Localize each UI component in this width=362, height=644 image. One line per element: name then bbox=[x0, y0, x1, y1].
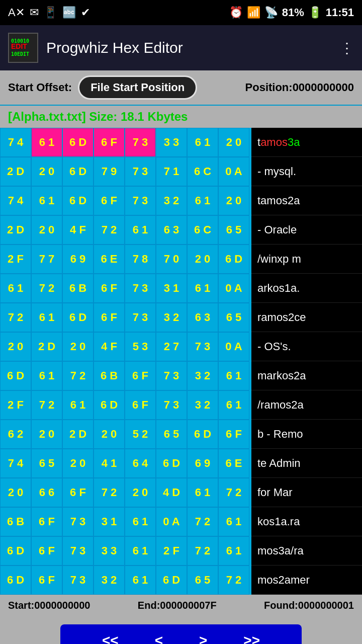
hex-cell[interactable]: 7 4 bbox=[0, 128, 31, 157]
hex-cell[interactable]: 6 1 bbox=[218, 507, 249, 536]
hex-cell[interactable]: 6 3 bbox=[156, 215, 187, 245]
hex-cell[interactable]: 6 1 bbox=[125, 566, 156, 595]
hex-cell[interactable]: 2 7 bbox=[156, 332, 187, 361]
hex-cell[interactable]: 6 F bbox=[31, 536, 62, 566]
hex-cell[interactable]: 6 1 bbox=[31, 128, 62, 157]
nav-last-button[interactable]: >> bbox=[235, 629, 268, 644]
hex-cell[interactable]: 6 1 bbox=[125, 507, 156, 536]
hex-cell[interactable]: 6 1 bbox=[125, 536, 156, 566]
hex-cell[interactable]: 6 4 bbox=[125, 449, 156, 478]
hex-cell[interactable]: 6 1 bbox=[218, 361, 249, 390]
hex-cell[interactable]: 7 3 bbox=[187, 332, 218, 361]
hex-cell[interactable]: 2 0 bbox=[218, 128, 249, 157]
hex-cell[interactable]: 2 D bbox=[0, 215, 31, 245]
hex-cell[interactable]: 6 F bbox=[31, 507, 62, 536]
hex-cell[interactable]: 2 0 bbox=[0, 332, 31, 361]
hex-cell[interactable]: 3 1 bbox=[156, 274, 187, 303]
hex-cell[interactable]: 2 D bbox=[31, 332, 62, 361]
hex-cell[interactable]: 7 2 bbox=[31, 274, 62, 303]
hex-cell[interactable]: 6 1 bbox=[218, 390, 249, 420]
hex-cell[interactable]: 6 5 bbox=[218, 215, 249, 245]
hex-cell[interactable]: 2 0 bbox=[62, 332, 94, 361]
hex-cell[interactable]: 2 F bbox=[0, 245, 31, 274]
hex-cell[interactable]: 3 2 bbox=[156, 303, 187, 332]
hex-cell[interactable]: 2 0 bbox=[31, 215, 62, 245]
nav-next-button[interactable]: > bbox=[191, 629, 215, 644]
hex-cell[interactable]: 6 F bbox=[62, 478, 94, 507]
hex-cell[interactable]: 6 6 bbox=[31, 478, 62, 507]
hex-cell[interactable]: 2 0 bbox=[31, 157, 62, 186]
hex-cell[interactable]: 6 C bbox=[187, 157, 218, 186]
hex-cell[interactable]: 2 D bbox=[62, 420, 94, 449]
hex-cell[interactable]: 6 5 bbox=[156, 420, 187, 449]
hex-cell[interactable]: 6 F bbox=[218, 420, 249, 449]
hex-cell[interactable]: 6 1 bbox=[31, 303, 62, 332]
hex-cell[interactable]: 7 3 bbox=[125, 157, 156, 186]
hex-cell[interactable]: 7 2 bbox=[187, 536, 218, 566]
hex-cell[interactable]: 6 1 bbox=[62, 390, 94, 420]
hex-cell[interactable]: 2 0 bbox=[31, 420, 62, 449]
hex-cell[interactable]: 0 A bbox=[156, 507, 187, 536]
hex-cell[interactable]: 7 7 bbox=[31, 245, 62, 274]
hex-cell[interactable]: 6 E bbox=[94, 245, 125, 274]
hex-cell[interactable]: 6 D bbox=[0, 536, 31, 566]
hex-cell[interactable]: 6 D bbox=[62, 157, 94, 186]
hex-cell[interactable]: 2 0 bbox=[218, 186, 249, 215]
hex-cell[interactable]: 6 F bbox=[125, 390, 156, 420]
hex-cell[interactable]: 7 2 bbox=[31, 390, 62, 420]
hex-cell[interactable]: 6 5 bbox=[187, 566, 218, 595]
hex-cell[interactable]: 2 F bbox=[156, 536, 187, 566]
hex-cell[interactable]: 5 2 bbox=[125, 420, 156, 449]
hex-cell[interactable]: 6 1 bbox=[187, 186, 218, 215]
hex-cell[interactable]: 0 A bbox=[218, 274, 249, 303]
hex-cell[interactable]: 3 1 bbox=[94, 507, 125, 536]
hex-cell[interactable]: 3 2 bbox=[94, 566, 125, 595]
hex-cell[interactable]: 6 1 bbox=[187, 274, 218, 303]
hex-cell[interactable]: 6 9 bbox=[187, 449, 218, 478]
hex-cell[interactable]: 7 3 bbox=[156, 361, 187, 390]
hex-cell[interactable]: 6 1 bbox=[218, 536, 249, 566]
file-start-button[interactable]: File Start Position bbox=[78, 75, 197, 100]
hex-cell[interactable]: 6 9 bbox=[62, 245, 94, 274]
hex-cell[interactable]: 6 2 bbox=[0, 420, 31, 449]
hex-cell[interactable]: 2 D bbox=[0, 157, 31, 186]
hex-cell[interactable]: 7 3 bbox=[125, 186, 156, 215]
hex-cell[interactable]: 6 D bbox=[62, 128, 94, 157]
hex-cell[interactable]: 7 3 bbox=[62, 566, 94, 595]
hex-cell[interactable]: 7 3 bbox=[125, 274, 156, 303]
hex-cell[interactable]: 2 0 bbox=[125, 478, 156, 507]
hex-cell[interactable]: 6 B bbox=[62, 274, 94, 303]
hex-cell[interactable]: 2 F bbox=[0, 390, 31, 420]
hex-cell[interactable]: 0 A bbox=[218, 332, 249, 361]
hex-cell[interactable]: 7 3 bbox=[156, 390, 187, 420]
hex-cell[interactable]: 7 2 bbox=[62, 361, 94, 390]
hex-cell[interactable]: 0 A bbox=[218, 157, 249, 186]
hex-cell[interactable]: 6 D bbox=[0, 361, 31, 390]
hex-cell[interactable]: 6 3 bbox=[187, 303, 218, 332]
hex-cell[interactable]: 6 B bbox=[0, 507, 31, 536]
hex-cell[interactable]: 7 8 bbox=[125, 245, 156, 274]
hex-cell[interactable]: 7 3 bbox=[62, 507, 94, 536]
hex-cell[interactable]: 7 3 bbox=[125, 128, 156, 157]
hex-cell[interactable]: 4 D bbox=[156, 478, 187, 507]
hex-cell[interactable]: 3 2 bbox=[156, 186, 187, 215]
hex-cell[interactable]: 6 1 bbox=[31, 361, 62, 390]
hex-cell[interactable]: 7 9 bbox=[94, 157, 125, 186]
hex-cell[interactable]: 7 3 bbox=[125, 303, 156, 332]
hex-cell[interactable]: 2 0 bbox=[187, 245, 218, 274]
hex-cell[interactable]: 2 0 bbox=[62, 449, 94, 478]
hex-cell[interactable]: 6 E bbox=[218, 449, 249, 478]
hex-cell[interactable]: 6 1 bbox=[0, 274, 31, 303]
hex-cell[interactable]: 3 2 bbox=[187, 361, 218, 390]
hex-cell[interactable]: 7 4 bbox=[0, 186, 31, 215]
nav-prev-button[interactable]: < bbox=[147, 629, 171, 644]
hex-cell[interactable]: 6 F bbox=[31, 566, 62, 595]
hex-cell[interactable]: 3 3 bbox=[94, 536, 125, 566]
hex-cell[interactable]: 6 B bbox=[94, 361, 125, 390]
hex-cell[interactable]: 7 2 bbox=[94, 478, 125, 507]
hex-cell[interactable]: 4 1 bbox=[94, 449, 125, 478]
hex-cell[interactable]: 6 F bbox=[94, 128, 125, 157]
hex-cell[interactable]: 6 C bbox=[187, 215, 218, 245]
hex-cell[interactable]: 7 3 bbox=[62, 536, 94, 566]
hex-cell[interactable]: 3 3 bbox=[156, 128, 187, 157]
